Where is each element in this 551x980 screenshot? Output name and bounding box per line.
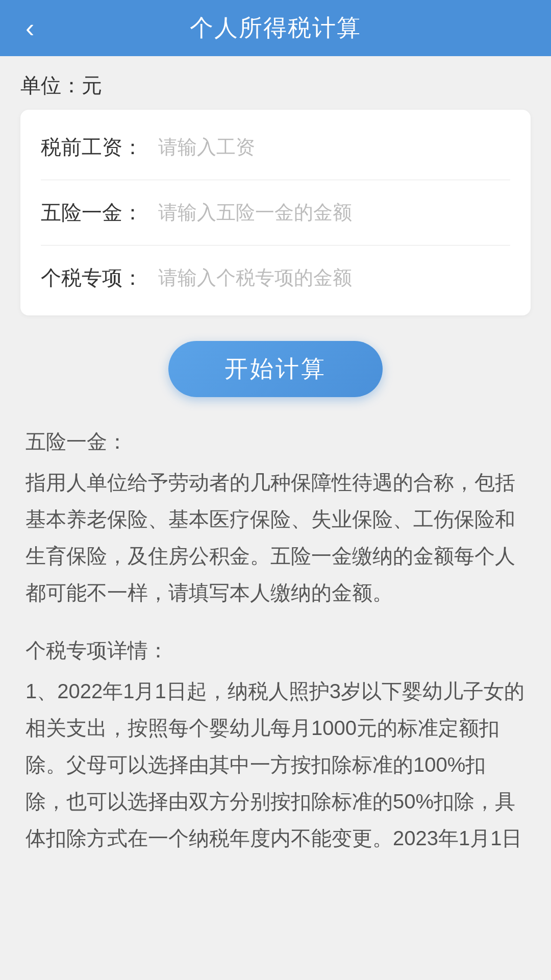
tax-special-label: 个税专项： (41, 264, 153, 292)
tax-detail-title: 个税专项详情： (26, 636, 525, 665)
insurance-label: 五险一金： (41, 199, 153, 227)
insurance-row: 五险一金： (41, 180, 510, 246)
tax-special-input[interactable] (153, 267, 510, 289)
form-card: 税前工资： 五险一金： 个税专项： (20, 110, 531, 315)
tax-detail-text: 1、2022年1月1日起，纳税人照护3岁以下婴幼儿子女的相关支出，按照每个婴幼儿… (26, 673, 525, 856)
info-section: 五险一金： 指用人单位给予劳动者的几种保障性待遇的合称，包括基本养老保险、基本医… (20, 428, 531, 856)
calculate-button[interactable]: 开始计算 (168, 341, 383, 397)
insurance-input[interactable] (153, 202, 510, 224)
back-button[interactable]: ‹ (20, 10, 39, 46)
main-content: 单位：元 税前工资： 五险一金： 个税专项： 开始计算 五险一金： 指用人单位给… (0, 56, 551, 872)
app-header: ‹ 个人所得税计算 (0, 0, 551, 56)
unit-label: 单位：元 (20, 71, 531, 100)
insurance-info-title: 五险一金： (26, 428, 525, 456)
page-title: 个人所得税计算 (190, 12, 361, 44)
salary-input[interactable] (153, 136, 510, 158)
salary-row: 税前工资： (41, 115, 510, 180)
tax-special-row: 个税专项： (41, 246, 510, 310)
salary-label: 税前工资： (41, 133, 153, 161)
insurance-info-text: 指用人单位给予劳动者的几种保障性待遇的合称，包括基本养老保险、基本医疗保险、失业… (26, 464, 525, 611)
